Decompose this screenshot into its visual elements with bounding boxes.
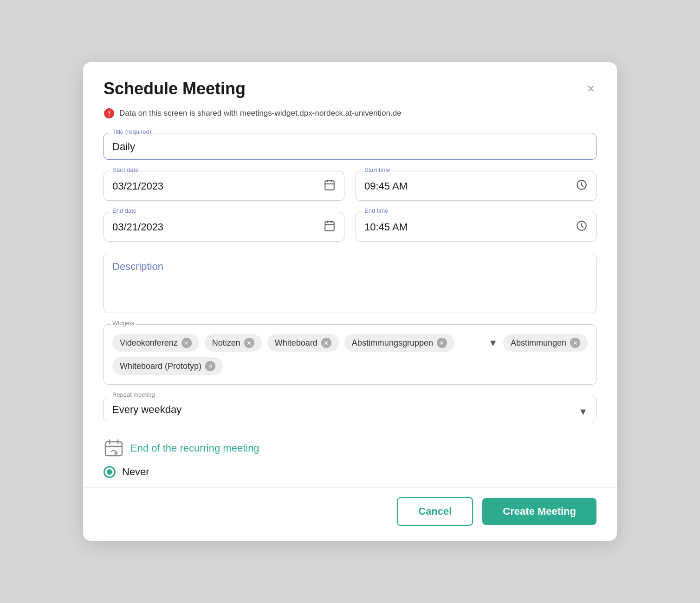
end-time-field[interactable]: End time 10:45 AM [356, 212, 596, 242]
cancel-button[interactable]: Cancel [397, 497, 473, 526]
end-time-value: 10:45 AM [364, 221, 408, 233]
widget-remove-abstimmungen[interactable]: ✕ [570, 338, 580, 348]
never-row[interactable]: Never [104, 460, 596, 478]
clock-icon [576, 179, 588, 194]
modal-body: Title (required) Start date 03/21/2023 [83, 128, 617, 487]
modal-overlay: Schedule Meeting × ! Data on this screen… [0, 0, 700, 603]
recurring-calendar-icon [104, 438, 124, 459]
recurring-title: End of the recurring meeting [130, 442, 259, 454]
widget-remove-abstimmungsgruppen[interactable]: ✕ [437, 338, 447, 348]
never-label: Never [122, 466, 149, 478]
widget-tag-videokonferenz: Videokonferenz ✕ [112, 334, 199, 352]
widget-tag-whiteboard-prototyp: Whiteboard (Prototyp) ✕ [112, 357, 223, 375]
widget-tag-label: Videokonferenz [120, 338, 178, 348]
modal-footer: Cancel Create Meeting [83, 487, 617, 541]
title-field-group: Title (required) [104, 133, 596, 160]
description-field-group[interactable]: Description [104, 253, 596, 313]
radio-inner [107, 469, 112, 475]
widget-tag-label: Whiteboard (Prototyp) [120, 361, 201, 371]
widget-remove-whiteboard[interactable]: ✕ [321, 338, 331, 348]
widgets-row: Videokonferenz ✕ Notizen ✕ Whiteboard ✕ … [112, 334, 588, 375]
end-time-label: End time [363, 207, 390, 214]
calendar-end-icon [324, 220, 336, 235]
warning-text: Data on this screen is shared with meeti… [119, 109, 402, 118]
never-radio[interactable] [104, 466, 116, 478]
widget-remove-notizen[interactable]: ✕ [244, 338, 254, 348]
widgets-dropdown-arrow[interactable]: ▼ [488, 334, 498, 348]
warning-icon: ! [104, 108, 115, 119]
title-label: Title (required) [110, 128, 153, 135]
clock-end-icon [576, 220, 588, 235]
svg-rect-2 [325, 181, 334, 190]
widget-tag-abstimmungen: Abstimmungen ✕ [503, 334, 588, 352]
title-input[interactable] [112, 141, 588, 153]
svg-rect-12 [105, 442, 122, 456]
start-date-field[interactable]: Start date 03/21/2023 [104, 171, 344, 201]
end-date-field[interactable]: End date 03/21/2023 [104, 212, 344, 242]
start-time-label: Start time [363, 166, 392, 173]
end-row: End date 03/21/2023 End time 10:45 AM [104, 212, 596, 242]
close-button[interactable]: × [585, 80, 596, 97]
widget-tag-label: Abstimmungsgruppen [352, 338, 433, 348]
repeat-field-group[interactable]: Repeat meeting Every weekday Never Daily… [104, 396, 596, 422]
svg-text:!: ! [108, 110, 110, 117]
end-date-label: End date [110, 207, 138, 214]
widgets-field-group: Widgets Videokonferenz ✕ Notizen ✕ White… [104, 324, 596, 385]
recurring-section: End of the recurring meeting [104, 433, 596, 460]
widget-tag-label: Abstimmungen [511, 338, 566, 348]
schedule-meeting-modal: Schedule Meeting × ! Data on this screen… [83, 62, 617, 541]
widget-tag-abstimmungsgruppen: Abstimmungsgruppen ✕ [344, 334, 454, 352]
modal-title: Schedule Meeting [104, 79, 246, 98]
widget-tag-label: Notizen [212, 338, 240, 348]
repeat-select[interactable]: Every weekday Never Daily Weekly Monthly [112, 404, 588, 415]
warning-banner: ! Data on this screen is shared with mee… [83, 108, 617, 128]
end-date-value: 03/21/2023 [112, 221, 163, 233]
calendar-icon [324, 179, 336, 194]
start-date-label: Start date [110, 166, 140, 173]
start-date-value: 03/21/2023 [112, 180, 163, 192]
widget-tag-whiteboard: Whiteboard ✕ [267, 334, 339, 352]
start-row: Start date 03/21/2023 Start time 09:45 A… [104, 171, 596, 201]
widget-tag-label: Whiteboard [275, 338, 318, 348]
repeat-label: Repeat meeting [110, 391, 157, 398]
widgets-label: Widgets [110, 320, 136, 327]
widget-remove-videokonferenz[interactable]: ✕ [181, 338, 192, 348]
create-meeting-button[interactable]: Create Meeting [482, 498, 596, 525]
description-label: Description [112, 261, 163, 272]
widget-tag-notizen: Notizen ✕ [205, 334, 262, 352]
start-time-value: 09:45 AM [364, 180, 408, 192]
start-time-field[interactable]: Start time 09:45 AM [356, 171, 596, 201]
widget-remove-whiteboard-prototyp[interactable]: ✕ [205, 361, 215, 371]
svg-rect-7 [325, 222, 334, 231]
modal-header: Schedule Meeting × [83, 62, 617, 108]
